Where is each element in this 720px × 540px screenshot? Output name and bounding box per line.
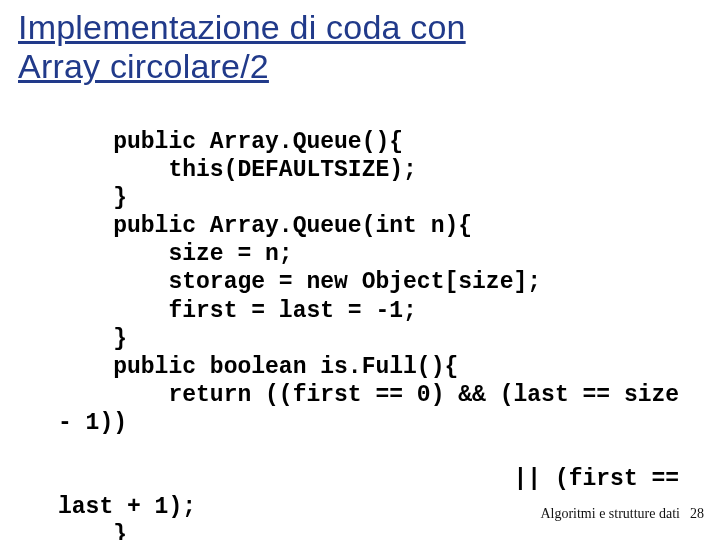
code-line: - 1)) xyxy=(58,410,127,436)
code-line: public Array.Queue(int n){ xyxy=(58,213,472,239)
code-line: size = n; xyxy=(58,241,293,267)
title-line-2: Array circolare/2 xyxy=(18,47,269,85)
code-line: first = last = -1; xyxy=(58,298,417,324)
code-line: return ((first == 0) && (last == size xyxy=(58,382,679,408)
code-line: storage = new Object[size]; xyxy=(58,269,541,295)
code-line: public boolean is.Full(){ xyxy=(58,354,458,380)
slide-title: Implementazione di coda con Array circol… xyxy=(18,8,702,86)
footer-text: Algoritmi e strutture dati xyxy=(540,506,680,522)
code-line: public Array.Queue(){ xyxy=(58,129,403,155)
code-block: public Array.Queue(){ this(DEFAULTSIZE);… xyxy=(58,100,702,540)
code-line: } xyxy=(58,522,127,540)
code-line: this(DEFAULTSIZE); xyxy=(58,157,417,183)
code-line: } xyxy=(58,185,127,211)
slide: Implementazione di coda con Array circol… xyxy=(0,0,720,540)
code-line: || (first == xyxy=(58,466,679,492)
code-line: } xyxy=(58,326,127,352)
code-line: last + 1); xyxy=(58,494,196,520)
title-line-1: Implementazione di coda con xyxy=(18,8,466,46)
page-number: 28 xyxy=(690,506,704,522)
